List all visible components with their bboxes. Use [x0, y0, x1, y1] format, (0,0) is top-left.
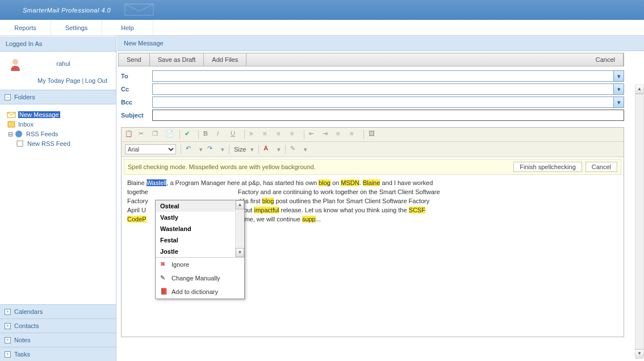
add-files-button[interactable]: Add Files — [204, 53, 246, 66]
new-rss-icon — [16, 140, 25, 148]
book-icon: 📕 — [160, 288, 168, 296]
change-manually-action[interactable]: ✎Change Manually — [156, 271, 244, 285]
cancel-button[interactable]: Cancel — [588, 53, 624, 66]
compose-toolbar: Send Save as Draft Add Files Cancel — [118, 53, 624, 66]
spellcheck-bar: Spell checking mode. Misspelled words ar… — [124, 159, 621, 175]
spellcheck-suggestions-popup: Osteal Vastly Wasteland Festal Jostle ▲ … — [155, 200, 245, 299]
subject-label: Subject — [121, 112, 152, 119]
logged-in-header: Logged In As — [0, 36, 116, 52]
align-right-icon[interactable]: ≡ — [277, 130, 286, 139]
bcc-label: Bcc — [121, 99, 152, 106]
bcc-dropdown[interactable]: ▾ — [614, 96, 624, 108]
size-label[interactable]: Size — [234, 146, 246, 153]
editor-toolbar-2: Arial ↶▾ ↷▾ Size▾ A▾ ✎▾ — [122, 142, 624, 157]
app-header: SmarterMail Professional 4.0 — [0, 0, 644, 20]
ignore-icon: ✖ — [160, 261, 168, 268]
redo-icon[interactable]: ↷ — [207, 145, 216, 154]
tree-rss-feeds[interactable]: ⊟ RSS Feeds — [7, 130, 111, 138]
paste-icon[interactable]: 📋 — [125, 130, 134, 139]
menu-bar: Reports Settings Help — [0, 20, 644, 36]
tree-inbox[interactable]: Inbox — [7, 120, 111, 128]
outdent-icon[interactable]: ⇤ — [309, 130, 318, 139]
scroll-down-icon[interactable]: ▼ — [236, 248, 244, 257]
sidebar: Logged In As rahul My Today Page | Log O… — [0, 36, 116, 361]
nav-tasks[interactable]: +Tasks — [0, 347, 116, 361]
suggestion-option[interactable]: Vastly — [156, 212, 244, 223]
scroll-up-icon[interactable]: ▲ — [635, 85, 643, 94]
expand-icon: + — [5, 309, 11, 315]
tree-new-rss-feed[interactable]: New RSS Feed — [16, 140, 111, 148]
image-icon[interactable]: 🖼 — [369, 130, 378, 139]
selected-misspelled-word: Wastell — [147, 179, 167, 186]
expand-icon: + — [5, 323, 11, 329]
add-dictionary-action[interactable]: 📕Add to dictionary — [156, 285, 244, 299]
content-area: New Message Send Save as Draft Add Files… — [116, 36, 644, 361]
content-scrollbar[interactable]: ▲ ▼ — [635, 85, 644, 359]
scroll-up-icon[interactable]: ▲ — [236, 200, 244, 209]
new-message-icon — [7, 111, 16, 119]
spellcheck-icon[interactable]: ✔ — [185, 130, 194, 139]
nav-contacts[interactable]: +Contacts — [0, 318, 116, 333]
to-input[interactable] — [152, 70, 614, 82]
indent-icon[interactable]: ⇥ — [323, 130, 332, 139]
to-dropdown[interactable]: ▾ — [614, 70, 624, 82]
undo-icon[interactable]: ↶ — [186, 145, 195, 154]
nav-calendars[interactable]: +Calendars — [0, 304, 116, 318]
envelope-icon — [122, 1, 156, 19]
expand-icon: + — [5, 337, 11, 343]
finish-spellcheck-button[interactable]: Finish spellchecking — [513, 162, 582, 172]
highlight-icon[interactable]: ✎ — [290, 145, 299, 154]
save-draft-button[interactable]: Save as Draft — [150, 53, 204, 66]
folders-header[interactable]: − Folders — [0, 90, 116, 104]
cc-input[interactable] — [152, 83, 614, 95]
copy-icon[interactable]: ❐ — [152, 130, 161, 139]
align-center-icon[interactable]: ≡ — [263, 130, 272, 139]
menu-settings[interactable]: Settings — [51, 20, 102, 35]
subject-input[interactable] — [152, 110, 624, 121]
suggestion-scrollbar[interactable]: ▲ ▼ — [235, 200, 244, 257]
align-justify-icon[interactable]: ≡ — [290, 130, 299, 139]
italic-icon[interactable]: I — [217, 130, 226, 139]
spellcheck-message: Spell checking mode. Misspelled words ar… — [128, 163, 316, 170]
svg-point-2 — [15, 131, 22, 137]
rss-icon — [15, 130, 24, 138]
align-left-icon[interactable]: ≡ — [249, 130, 258, 139]
compose-title: New Message — [116, 36, 644, 51]
collapse-icon[interactable]: − — [5, 94, 11, 100]
inbox-icon — [7, 120, 16, 128]
underline-icon[interactable]: U — [231, 130, 240, 139]
cancel-spellcheck-button[interactable]: Cancel — [586, 162, 617, 172]
app-title: SmarterMail Professional 4.0 — [23, 7, 111, 14]
expand-icon: + — [5, 351, 11, 358]
ignore-action[interactable]: ✖Ignore — [156, 258, 244, 271]
paste2-icon[interactable]: 📄 — [166, 130, 175, 139]
menu-help[interactable]: Help — [102, 20, 153, 35]
collapse-icon[interactable]: ⊟ — [7, 131, 14, 138]
my-today-page-link[interactable]: My Today Page — [37, 77, 81, 84]
ordered-list-icon[interactable]: ≡ — [336, 130, 345, 139]
editor-toolbar-1: 📋 ✂ ❐ 📄 ✔ B I U ≡ ≡ ≡ ≡ ⇤ ⇥ ≡ ≡ — [122, 128, 624, 142]
bold-icon[interactable]: B — [203, 130, 212, 139]
svg-rect-3 — [17, 141, 23, 146]
suggestion-option[interactable]: Osteal — [156, 200, 244, 212]
cc-dropdown[interactable]: ▾ — [614, 83, 624, 95]
cc-label: Cc — [121, 86, 152, 93]
folder-tree: New Message Inbox ⊟ RSS Feeds New RSS Fe… — [0, 104, 116, 304]
to-label: To — [121, 73, 152, 79]
bcc-input[interactable] — [152, 96, 614, 108]
nav-notes[interactable]: +Notes — [0, 333, 116, 347]
font-color-icon[interactable]: A — [264, 145, 273, 154]
unordered-list-icon[interactable]: ≡ — [350, 130, 359, 139]
logout-link[interactable]: Log Out — [85, 77, 107, 84]
suggestion-option[interactable]: Jostle — [156, 246, 244, 257]
menu-reports[interactable]: Reports — [0, 20, 51, 35]
tree-new-message[interactable]: New Message — [7, 111, 111, 119]
avatar-icon — [9, 57, 22, 71]
edit-icon: ✎ — [160, 274, 168, 282]
suggestion-option[interactable]: Festal — [156, 234, 244, 246]
font-select[interactable]: Arial — [125, 144, 176, 154]
cut-icon[interactable]: ✂ — [139, 130, 148, 139]
suggestion-option[interactable]: Wasteland — [156, 223, 244, 234]
send-button[interactable]: Send — [119, 53, 150, 66]
scroll-down-icon[interactable]: ▼ — [635, 349, 643, 358]
